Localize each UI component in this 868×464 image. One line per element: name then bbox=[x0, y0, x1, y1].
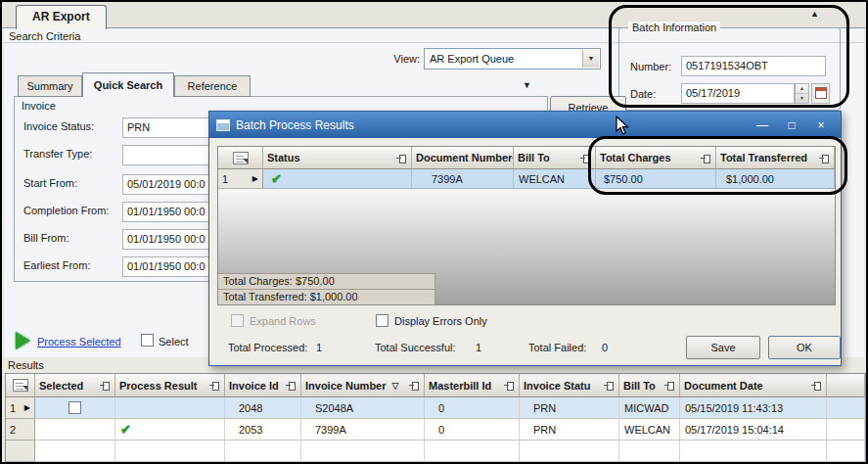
table-row[interactable]: 1▶ 2048 S2048A 0 PRN MICWAD 05/15/2019 1… bbox=[6, 397, 865, 419]
cell-invoice-status[interactable]: PRN bbox=[520, 397, 619, 419]
cell-total-transferred[interactable]: $1,000.00 bbox=[716, 169, 835, 189]
table-row[interactable]: 2 ✔ 2053 7399A 0 PRN WELCAN 05/17/2019 1… bbox=[6, 419, 865, 441]
col-bill-to[interactable]: Bill To bbox=[514, 147, 596, 169]
row-selector[interactable] bbox=[6, 441, 35, 462]
table-row[interactable] bbox=[6, 441, 865, 462]
cell-partial[interactable] bbox=[827, 419, 865, 441]
row-selector[interactable]: 1▶ bbox=[218, 169, 263, 189]
col-selected[interactable]: Selected bbox=[35, 374, 115, 397]
transfer-type-input[interactable] bbox=[122, 145, 213, 165]
pin-icon[interactable] bbox=[396, 154, 407, 162]
pin-icon[interactable] bbox=[286, 381, 297, 390]
cell-invoice-id[interactable]: 2053 bbox=[225, 419, 301, 441]
row-selector[interactable]: 1▶ bbox=[6, 397, 35, 419]
select-checkbox[interactable] bbox=[141, 334, 154, 347]
pin-icon[interactable] bbox=[701, 154, 711, 162]
row-selector[interactable]: 2 bbox=[6, 419, 35, 441]
save-button[interactable]: Save bbox=[686, 336, 760, 359]
cell-bill-to[interactable]: MICWAD bbox=[619, 397, 680, 419]
cell-bill-to[interactable]: WELCAN bbox=[514, 169, 596, 189]
date-spinner[interactable]: ▲ ▼ bbox=[795, 83, 809, 104]
cell-empty[interactable] bbox=[619, 441, 680, 462]
process-selected-link[interactable]: Process Selected bbox=[37, 336, 121, 348]
cell-empty[interactable] bbox=[827, 441, 865, 462]
cell-selected[interactable] bbox=[35, 419, 115, 441]
expand-rows-checkbox[interactable] bbox=[231, 314, 244, 327]
cell-empty[interactable] bbox=[301, 441, 425, 462]
tab-ar-export[interactable]: AR Export bbox=[16, 5, 107, 29]
earliest-from-input[interactable]: 01/01/1950 00:0 bbox=[122, 256, 213, 277]
row-selector-header[interactable] bbox=[6, 374, 35, 397]
cell-process-result[interactable]: ✔ bbox=[115, 419, 225, 441]
close-button[interactable]: × bbox=[808, 116, 834, 134]
cell-invoice-number[interactable]: S2048A bbox=[301, 397, 425, 419]
cell-empty[interactable] bbox=[225, 441, 301, 462]
cell-partial[interactable] bbox=[827, 397, 865, 419]
maximize-button[interactable]: □ bbox=[779, 116, 804, 134]
col-invoice-status[interactable]: Invoice Statu bbox=[520, 374, 619, 397]
cell-invoice-status[interactable]: PRN bbox=[520, 419, 619, 441]
dropdown-arrow-icon[interactable]: ▼ bbox=[582, 50, 599, 68]
cell-masterbill-id[interactable]: 0 bbox=[425, 397, 520, 419]
tab-quick-search[interactable]: Quick Search bbox=[82, 72, 174, 97]
tab-summary[interactable]: Summary bbox=[18, 75, 82, 97]
invoice-status-input[interactable]: PRN bbox=[122, 117, 213, 138]
col-document-number[interactable]: Document Number bbox=[412, 147, 514, 169]
minimize-button[interactable]: — bbox=[750, 116, 775, 134]
cell-empty[interactable] bbox=[520, 441, 619, 462]
cell-status[interactable]: ✔ bbox=[263, 169, 412, 189]
batch-number-input[interactable]: 0517191534OBT bbox=[681, 56, 826, 76]
col-partial[interactable] bbox=[827, 374, 865, 397]
spinner-up-icon[interactable]: ▲ bbox=[796, 84, 808, 94]
pin-icon[interactable] bbox=[604, 381, 615, 390]
cell-document-date[interactable]: 05/15/2019 11:43:13 bbox=[680, 397, 827, 419]
row-selector-header[interactable] bbox=[218, 147, 263, 169]
pin-icon[interactable] bbox=[811, 381, 822, 390]
collapse-panel-icon[interactable]: ▲ bbox=[810, 9, 819, 19]
col-masterbill-id[interactable]: Masterbill Id bbox=[425, 374, 520, 397]
cell-document-date[interactable]: 05/17/2019 15:04:14 bbox=[680, 419, 827, 441]
cell-invoice-id[interactable]: 2048 bbox=[225, 397, 301, 419]
view-dropdown[interactable]: AR Export Queue ▼ bbox=[424, 48, 601, 70]
criteria-collapse-icon[interactable]: ▼ bbox=[523, 80, 531, 90]
col-total-transferred[interactable]: Total Transferred bbox=[716, 147, 835, 169]
pin-icon[interactable] bbox=[580, 154, 591, 162]
cell-masterbill-id[interactable]: 0 bbox=[425, 419, 520, 441]
col-document-date[interactable]: Document Date bbox=[680, 374, 827, 397]
cell-document-number[interactable]: 7399A bbox=[412, 169, 514, 189]
cell-invoice-number[interactable]: 7399A bbox=[301, 419, 425, 441]
bill-from-input[interactable]: 01/01/1950 00:0 bbox=[122, 229, 213, 250]
col-status[interactable]: Status bbox=[263, 147, 412, 169]
col-bill-to[interactable]: Bill To bbox=[619, 374, 680, 397]
cell-empty[interactable] bbox=[115, 441, 225, 462]
completion-from-input[interactable]: 01/01/1950 00:0 bbox=[122, 202, 213, 222]
cell-selected[interactable] bbox=[35, 397, 115, 419]
display-errors-only-checkbox[interactable] bbox=[376, 314, 388, 327]
calendar-button[interactable] bbox=[811, 83, 830, 104]
col-invoice-number[interactable]: Invoice Number▽ bbox=[301, 374, 425, 397]
pin-icon[interactable] bbox=[209, 381, 220, 390]
col-total-charges[interactable]: Total Charges bbox=[596, 147, 716, 169]
pin-icon[interactable] bbox=[100, 381, 111, 390]
pin-icon[interactable] bbox=[409, 381, 420, 390]
cell-bill-to[interactable]: WELCAN bbox=[619, 419, 680, 441]
pin-icon[interactable] bbox=[664, 381, 675, 390]
cell-empty[interactable] bbox=[35, 441, 115, 462]
dialog-titlebar[interactable]: Batch Process Results — □ × bbox=[209, 112, 841, 138]
pin-icon[interactable] bbox=[504, 381, 515, 390]
cell-empty[interactable] bbox=[680, 441, 827, 462]
spinner-down-icon[interactable]: ▼ bbox=[796, 94, 808, 104]
batch-date-input[interactable]: 05/17/2019 bbox=[681, 83, 795, 104]
cell-empty[interactable] bbox=[425, 441, 520, 462]
process-play-icon[interactable] bbox=[16, 332, 30, 349]
pin-icon[interactable] bbox=[819, 154, 830, 162]
cell-total-charges[interactable]: $750.00 bbox=[596, 169, 716, 189]
col-process-result[interactable]: Process Result bbox=[115, 374, 225, 397]
col-invoice-id[interactable]: Invoice Id bbox=[225, 374, 301, 397]
cell-process-result[interactable] bbox=[115, 397, 225, 419]
ok-button[interactable]: OK bbox=[768, 336, 841, 359]
tab-reference[interactable]: Reference bbox=[174, 75, 251, 97]
row-select-checkbox[interactable] bbox=[69, 401, 81, 414]
start-from-input[interactable]: 05/01/2019 00:0 bbox=[122, 174, 213, 195]
table-row[interactable]: 1▶ ✔ 7399A WELCAN $750.00 $1,000.00 bbox=[218, 169, 835, 189]
